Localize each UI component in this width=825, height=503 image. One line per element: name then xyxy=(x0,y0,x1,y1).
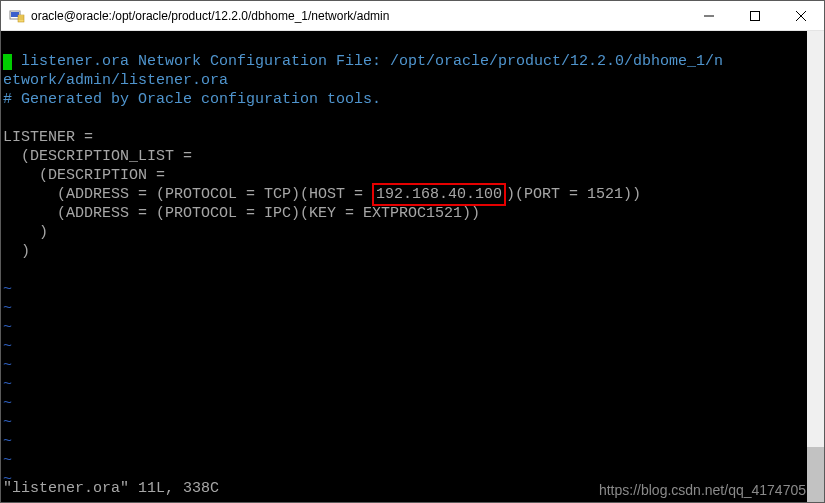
close-button[interactable] xyxy=(778,1,824,30)
config-line: LISTENER = xyxy=(3,129,93,146)
highlighted-host-ip: 192.168.40.100 xyxy=(372,183,506,206)
vim-empty-line: ~ xyxy=(3,414,12,431)
watermark-text: https://blog.csdn.net/qq_4174705 xyxy=(599,481,806,500)
vim-empty-line: ~ xyxy=(3,357,12,374)
config-address-line: (ADDRESS = (PROTOCOL = TCP)(HOST = 192.1… xyxy=(3,186,641,203)
putty-icon xyxy=(9,8,25,24)
terminal-area[interactable]: listener.ora Network Configuration File:… xyxy=(1,31,824,502)
config-address-line: (ADDRESS = (PROTOCOL = IPC)(KEY = EXTPRO… xyxy=(3,205,480,222)
scrollbar-thumb[interactable] xyxy=(807,447,824,502)
maximize-button[interactable] xyxy=(732,1,778,30)
svg-rect-2 xyxy=(18,15,24,22)
comment-line: # Generated by Oracle configuration tool… xyxy=(3,91,381,108)
config-line: (DESCRIPTION_LIST = xyxy=(3,148,192,165)
comment-line: listener.ora Network Configuration File:… xyxy=(3,53,723,70)
config-line: ) xyxy=(3,224,48,241)
minimize-button[interactable] xyxy=(686,1,732,30)
config-line: ) xyxy=(3,243,30,260)
vim-empty-line: ~ xyxy=(3,281,12,298)
vim-empty-line: ~ xyxy=(3,319,12,336)
window-controls xyxy=(686,1,824,30)
scrollbar-track[interactable] xyxy=(807,31,824,502)
vim-empty-line: ~ xyxy=(3,433,12,450)
vim-empty-line: ~ xyxy=(3,338,12,355)
vim-empty-line: ~ xyxy=(3,452,12,469)
vim-empty-line: ~ xyxy=(3,395,12,412)
window-titlebar: oracle@oracle:/opt/oracle/product/12.2.0… xyxy=(1,1,824,31)
window-title: oracle@oracle:/opt/oracle/product/12.2.0… xyxy=(31,9,686,23)
comment-line: etwork/admin/listener.ora xyxy=(3,72,228,89)
svg-rect-6 xyxy=(751,11,760,20)
vim-empty-line: ~ xyxy=(3,300,12,317)
config-line: (DESCRIPTION = xyxy=(3,167,165,184)
cursor xyxy=(3,54,12,70)
vim-empty-line: ~ xyxy=(3,376,12,393)
